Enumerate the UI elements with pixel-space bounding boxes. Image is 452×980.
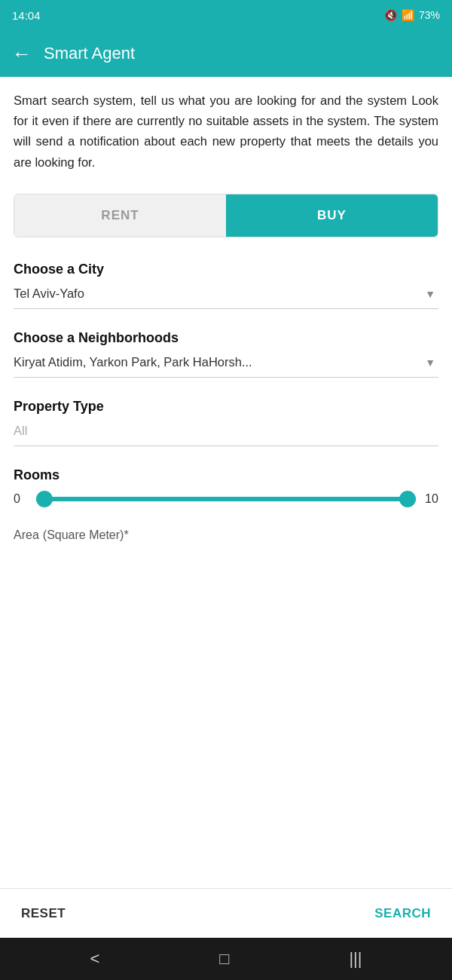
- rooms-slider-track[interactable]: [36, 497, 416, 501]
- header: ← Smart Agent: [0, 30, 452, 77]
- rooms-max-label: 10: [425, 492, 438, 506]
- property-type-label: Property Type: [14, 399, 438, 415]
- status-icons: 🔇 📶 73%: [384, 9, 440, 21]
- neighborhood-label: Choose a Neighborhoods: [14, 330, 438, 346]
- property-type-value: All: [14, 424, 27, 437]
- status-bar: 14:04 🔇 📶 73%: [0, 0, 452, 30]
- nav-home-icon[interactable]: □: [219, 949, 229, 969]
- property-type-dropdown[interactable]: All: [14, 424, 438, 446]
- chevron-down-icon-2: ▼: [425, 357, 435, 369]
- city-label: Choose a City: [14, 262, 438, 277]
- nav-bar: < □ |||: [0, 938, 452, 980]
- back-button[interactable]: ←: [12, 44, 32, 63]
- status-time: 14:04: [12, 9, 41, 22]
- rooms-label: Rooms: [14, 467, 438, 483]
- mute-icon: 🔇: [384, 9, 397, 21]
- description-text: Smart search system, tell us what you ar…: [14, 90, 438, 173]
- area-section: Area (Square Meter)*: [14, 527, 438, 543]
- area-label: Area (Square Meter)*: [14, 527, 438, 543]
- neighborhood-section: Choose a Neighborhoods Kiryat Atidim, Ya…: [14, 330, 438, 378]
- buy-button[interactable]: BUY: [226, 194, 438, 237]
- battery-text: 73%: [419, 9, 440, 21]
- nav-menu-icon[interactable]: |||: [349, 949, 362, 969]
- main-content: Smart search system, tell us what you ar…: [0, 77, 452, 888]
- city-section: Choose a City Tel Aviv-Yafo ▼: [14, 262, 438, 309]
- rooms-min-label: 0: [14, 492, 27, 506]
- neighborhood-value: Kiryat Atidim, Yarkon Park, Park HaHorsh…: [14, 355, 275, 369]
- nav-back-icon[interactable]: <: [90, 949, 99, 969]
- footer-bar: RESET SEARCH: [0, 888, 452, 938]
- search-button[interactable]: SEARCH: [374, 906, 431, 921]
- reset-button[interactable]: RESET: [21, 906, 66, 921]
- rent-button[interactable]: RENT: [14, 194, 226, 237]
- area-label-main: Area: [14, 528, 39, 541]
- chevron-down-icon: ▼: [425, 288, 435, 300]
- area-label-sub: (Square Meter)*: [43, 528, 129, 541]
- page-title: Smart Agent: [44, 44, 135, 63]
- property-type-section: Property Type All: [14, 399, 438, 446]
- toggle-group: RENT BUY: [14, 194, 438, 237]
- slider-thumb-right[interactable]: [399, 491, 416, 507]
- city-dropdown[interactable]: Tel Aviv-Yafo ▼: [14, 286, 438, 309]
- rooms-slider-row: 0 10: [14, 492, 438, 506]
- wifi-icon: 📶: [402, 9, 414, 21]
- slider-thumb-left[interactable]: [36, 491, 53, 507]
- neighborhood-dropdown[interactable]: Kiryat Atidim, Yarkon Park, Park HaHorsh…: [14, 355, 438, 378]
- rooms-section: Rooms 0 10: [14, 467, 438, 506]
- city-value: Tel Aviv-Yafo: [14, 286, 107, 300]
